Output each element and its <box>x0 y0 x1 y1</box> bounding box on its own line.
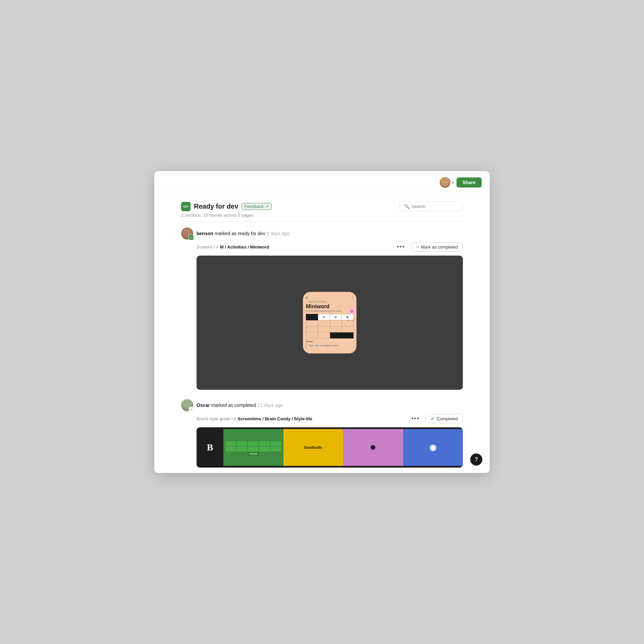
external-link-icon: ↗ <box>265 204 269 209</box>
cell-u: 2U <box>330 314 341 320</box>
more-options-button-2[interactable]: ••• <box>409 415 422 423</box>
check-badge-icon: ✓ <box>189 407 194 412</box>
brand-dot-icon <box>371 445 375 450</box>
circle-check-icon: ○ <box>416 244 419 250</box>
bc-prefix-2: Brand style guide / # <box>197 416 236 421</box>
bc-bold-1: M / Activities / Miniword <box>220 245 269 250</box>
bc-bold-2: Screentime / Brain Candy / Style-tile <box>238 416 313 421</box>
activity-row-1: </> benson marked as ready for dev 9 day… <box>181 227 463 239</box>
clue-text: The <box>310 344 313 346</box>
phone-clue-label: Across <box>306 340 354 342</box>
activity-action-2: marked as completed <box>211 402 258 408</box>
chevron-down-icon: ▾ <box>452 180 454 185</box>
top-bar: ▾ Share <box>154 171 490 192</box>
activity-time-1: 9 days ago <box>267 231 290 236</box>
breadcrumb-action-row-1: Screens / # M / Activities / Miniword ••… <box>197 242 463 252</box>
search-input[interactable] <box>412 204 455 209</box>
breadcrumb-2: Brand style guide / # Screentime / Brain… <box>197 416 312 421</box>
bc-prefix-1: Screens / # <box>197 245 219 250</box>
for-kids-label: FOR KIDS <box>248 452 259 455</box>
doodleville-text: Doodleville <box>304 446 322 449</box>
cell-e4 <box>318 326 330 332</box>
activity-user-2: Oscar <box>197 402 210 408</box>
action-group-2: ••• ✔ Completed <box>409 414 463 423</box>
green-cell-9 <box>259 447 270 451</box>
activity-text-2: Oscar marked as completed 11 days ago <box>197 402 283 408</box>
cell-5: 5 <box>306 326 318 332</box>
grid-row-1: 1S 2U 3N <box>306 314 354 320</box>
phone-top: ≡ <box>306 296 354 299</box>
phone-menu-icon: ≡ <box>352 296 354 299</box>
activity-text-1: benson marked as ready for dev 9 days ag… <box>197 231 289 236</box>
completed-label: Completed <box>437 416 458 421</box>
activity-row-2: ✓ Oscar marked as completed 11 days ago <box>181 399 463 411</box>
green-cell-1 <box>225 441 236 446</box>
breadcrumb-1: Screens / # M / Activities / Miniword <box>197 245 269 250</box>
cell-e1 <box>318 320 330 326</box>
cell-s: 1S <box>318 314 330 320</box>
search-box: 🔍 <box>399 202 463 211</box>
avatar <box>440 177 450 188</box>
search-icon: 🔍 <box>404 204 410 209</box>
help-button[interactable]: ? <box>470 453 482 466</box>
activity-time-2: 11 days ago <box>257 402 283 408</box>
code-icon: </> <box>181 202 191 211</box>
feedback-label: Feedback <box>245 204 264 209</box>
mark-as-completed-button[interactable]: ○ Mark as completed <box>411 242 463 252</box>
cell-e2 <box>330 320 341 326</box>
green-cell-3 <box>248 441 259 446</box>
green-cell-5 <box>271 441 281 446</box>
phone-mockup: ≡ ← ALL ACTIVITIES Miniword Fill in the … <box>303 292 357 354</box>
divider <box>181 221 463 221</box>
phone-back-link: ← ALL ACTIVITIES <box>306 301 354 303</box>
green-grid <box>223 439 283 452</box>
frame-preview-2[interactable]: B FOR KIDS <box>197 427 463 468</box>
user-avatar-benson: </> <box>181 227 193 239</box>
cell-6: 6 <box>306 332 318 338</box>
clue-end: is too bright, my eyes! <box>320 344 338 346</box>
mark-completed-label: Mark as completed <box>421 245 458 250</box>
brand-tile-green: FOR KIDS <box>223 429 283 466</box>
brand-tile-purple <box>343 429 403 466</box>
cell-black <box>306 314 318 320</box>
activity-item-2: ✓ Oscar marked as completed 11 days ago … <box>181 399 463 468</box>
header-left: </> Ready for dev Feedback ↗ <box>181 202 272 211</box>
cell-e3 <box>341 320 353 326</box>
user-avatar-wrap[interactable]: ▾ <box>440 177 454 188</box>
avatar-image <box>440 177 450 188</box>
completed-check-icon: ✔ <box>431 416 435 421</box>
more-options-button-1[interactable]: ••• <box>395 243 407 251</box>
brand-tile-blue: ◉ <box>403 429 463 466</box>
action-group-1: ••• ○ Mark as completed <box>395 242 463 252</box>
dev-badge-icon: </> <box>189 235 194 240</box>
main-content: </> Ready for dev Feedback ↗ 🔍 2 section… <box>154 192 490 468</box>
project-subtitle: 2 sections, 10 frames across 3 pages <box>181 213 463 218</box>
cell-e6 <box>341 326 353 332</box>
feedback-button[interactable]: Feedback ↗ <box>241 203 272 210</box>
grid-row-3: 5 <box>306 326 354 332</box>
cell-n: 3N <box>341 314 353 320</box>
cell-black-2 <box>330 332 341 338</box>
green-cell-4 <box>259 441 270 446</box>
cell-4: 4 <box>306 320 318 326</box>
user-avatar-oscar: ✓ <box>181 399 193 411</box>
share-button[interactable]: Share <box>457 177 482 187</box>
green-cell-2 <box>237 441 248 446</box>
cell-black-3 <box>341 332 353 338</box>
grid-row-4: 6 <box>306 332 354 338</box>
activity-action-1: marked as ready for dev <box>215 231 267 236</box>
green-cell-6 <box>225 447 236 451</box>
crossword-grid: 1S 2U 3N 4 5 <box>306 314 354 338</box>
green-cell-7 <box>237 447 248 451</box>
completed-button[interactable]: ✔ Completed <box>426 414 463 423</box>
grid-row-2: 4 <box>306 320 354 326</box>
green-cell-10 <box>271 447 281 451</box>
frame-preview-1[interactable]: ≡ ← ALL ACTIVITIES Miniword Fill in the … <box>197 256 463 390</box>
brand-tile-b: B <box>197 429 223 466</box>
cell-e5 <box>330 326 341 332</box>
activity-item-1: </> benson marked as ready for dev 9 day… <box>181 227 463 390</box>
project-title: Ready for dev <box>194 203 238 210</box>
activity-user-1: benson <box>197 231 213 236</box>
phone-clue-box: 1 The SUN is too bright, my eyes! <box>306 343 354 348</box>
phone-title: Miniword <box>306 304 354 310</box>
